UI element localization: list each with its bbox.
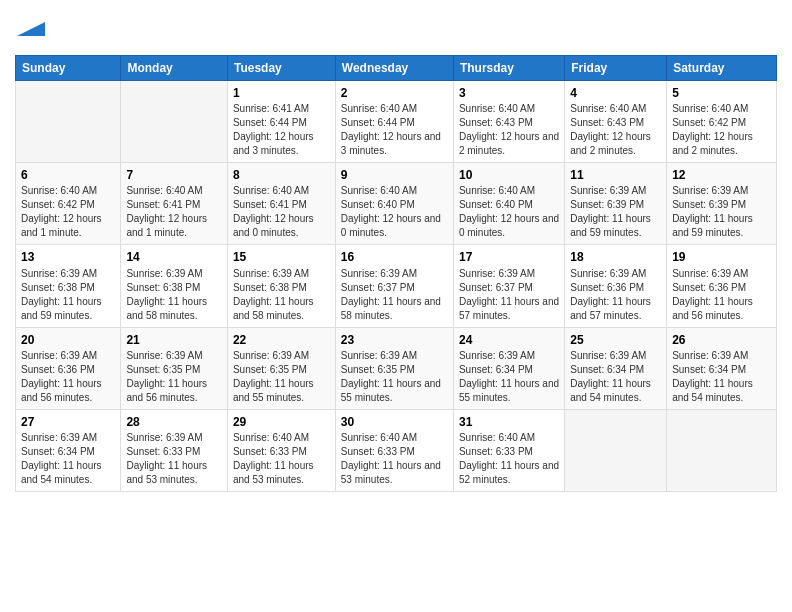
day-info: Sunrise: 6:39 AM Sunset: 6:36 PM Dayligh… <box>570 267 661 323</box>
day-cell: 4Sunrise: 6:40 AM Sunset: 6:43 PM Daylig… <box>565 81 667 163</box>
day-cell: 1Sunrise: 6:41 AM Sunset: 6:44 PM Daylig… <box>227 81 335 163</box>
day-number: 18 <box>570 249 661 265</box>
day-cell: 21Sunrise: 6:39 AM Sunset: 6:35 PM Dayli… <box>121 327 228 409</box>
day-number: 4 <box>570 85 661 101</box>
day-cell: 9Sunrise: 6:40 AM Sunset: 6:40 PM Daylig… <box>335 163 453 245</box>
logo-icon <box>17 15 45 43</box>
day-info: Sunrise: 6:41 AM Sunset: 6:44 PM Dayligh… <box>233 102 330 158</box>
day-info: Sunrise: 6:39 AM Sunset: 6:34 PM Dayligh… <box>672 349 771 405</box>
day-cell: 16Sunrise: 6:39 AM Sunset: 6:37 PM Dayli… <box>335 245 453 327</box>
header-cell-friday: Friday <box>565 56 667 81</box>
day-number: 28 <box>126 414 222 430</box>
header-cell-wednesday: Wednesday <box>335 56 453 81</box>
day-info: Sunrise: 6:39 AM Sunset: 6:39 PM Dayligh… <box>570 184 661 240</box>
logo <box>15 15 45 47</box>
header-cell-thursday: Thursday <box>453 56 564 81</box>
day-info: Sunrise: 6:39 AM Sunset: 6:36 PM Dayligh… <box>672 267 771 323</box>
day-cell <box>667 409 777 491</box>
day-number: 15 <box>233 249 330 265</box>
header <box>15 10 777 47</box>
day-number: 24 <box>459 332 559 348</box>
day-cell: 30Sunrise: 6:40 AM Sunset: 6:33 PM Dayli… <box>335 409 453 491</box>
day-cell: 26Sunrise: 6:39 AM Sunset: 6:34 PM Dayli… <box>667 327 777 409</box>
day-number: 29 <box>233 414 330 430</box>
day-number: 14 <box>126 249 222 265</box>
day-cell: 2Sunrise: 6:40 AM Sunset: 6:44 PM Daylig… <box>335 81 453 163</box>
day-cell: 23Sunrise: 6:39 AM Sunset: 6:35 PM Dayli… <box>335 327 453 409</box>
page-container: SundayMondayTuesdayWednesdayThursdayFrid… <box>0 0 792 502</box>
day-number: 20 <box>21 332 115 348</box>
day-info: Sunrise: 6:40 AM Sunset: 6:42 PM Dayligh… <box>21 184 115 240</box>
day-cell <box>565 409 667 491</box>
day-number: 22 <box>233 332 330 348</box>
day-number: 16 <box>341 249 448 265</box>
day-info: Sunrise: 6:39 AM Sunset: 6:38 PM Dayligh… <box>233 267 330 323</box>
day-info: Sunrise: 6:39 AM Sunset: 6:35 PM Dayligh… <box>233 349 330 405</box>
header-cell-sunday: Sunday <box>16 56 121 81</box>
day-number: 8 <box>233 167 330 183</box>
day-number: 12 <box>672 167 771 183</box>
day-info: Sunrise: 6:39 AM Sunset: 6:37 PM Dayligh… <box>459 267 559 323</box>
day-info: Sunrise: 6:40 AM Sunset: 6:43 PM Dayligh… <box>570 102 661 158</box>
day-cell: 18Sunrise: 6:39 AM Sunset: 6:36 PM Dayli… <box>565 245 667 327</box>
week-row-2: 6Sunrise: 6:40 AM Sunset: 6:42 PM Daylig… <box>16 163 777 245</box>
day-info: Sunrise: 6:39 AM Sunset: 6:36 PM Dayligh… <box>21 349 115 405</box>
calendar-table: SundayMondayTuesdayWednesdayThursdayFrid… <box>15 55 777 492</box>
day-info: Sunrise: 6:40 AM Sunset: 6:41 PM Dayligh… <box>126 184 222 240</box>
day-cell <box>121 81 228 163</box>
day-cell: 12Sunrise: 6:39 AM Sunset: 6:39 PM Dayli… <box>667 163 777 245</box>
day-number: 25 <box>570 332 661 348</box>
day-info: Sunrise: 6:40 AM Sunset: 6:33 PM Dayligh… <box>459 431 559 487</box>
day-cell: 13Sunrise: 6:39 AM Sunset: 6:38 PM Dayli… <box>16 245 121 327</box>
day-cell: 24Sunrise: 6:39 AM Sunset: 6:34 PM Dayli… <box>453 327 564 409</box>
day-info: Sunrise: 6:40 AM Sunset: 6:43 PM Dayligh… <box>459 102 559 158</box>
day-info: Sunrise: 6:39 AM Sunset: 6:38 PM Dayligh… <box>21 267 115 323</box>
day-number: 30 <box>341 414 448 430</box>
svg-marker-0 <box>17 22 45 36</box>
day-number: 3 <box>459 85 559 101</box>
day-number: 1 <box>233 85 330 101</box>
week-row-1: 1Sunrise: 6:41 AM Sunset: 6:44 PM Daylig… <box>16 81 777 163</box>
day-number: 7 <box>126 167 222 183</box>
day-number: 23 <box>341 332 448 348</box>
week-row-3: 13Sunrise: 6:39 AM Sunset: 6:38 PM Dayli… <box>16 245 777 327</box>
day-cell: 17Sunrise: 6:39 AM Sunset: 6:37 PM Dayli… <box>453 245 564 327</box>
day-cell: 20Sunrise: 6:39 AM Sunset: 6:36 PM Dayli… <box>16 327 121 409</box>
day-info: Sunrise: 6:40 AM Sunset: 6:40 PM Dayligh… <box>341 184 448 240</box>
day-number: 27 <box>21 414 115 430</box>
day-cell: 3Sunrise: 6:40 AM Sunset: 6:43 PM Daylig… <box>453 81 564 163</box>
day-info: Sunrise: 6:39 AM Sunset: 6:39 PM Dayligh… <box>672 184 771 240</box>
day-info: Sunrise: 6:39 AM Sunset: 6:34 PM Dayligh… <box>570 349 661 405</box>
day-number: 13 <box>21 249 115 265</box>
day-cell: 22Sunrise: 6:39 AM Sunset: 6:35 PM Dayli… <box>227 327 335 409</box>
day-cell: 8Sunrise: 6:40 AM Sunset: 6:41 PM Daylig… <box>227 163 335 245</box>
day-info: Sunrise: 6:40 AM Sunset: 6:44 PM Dayligh… <box>341 102 448 158</box>
day-number: 17 <box>459 249 559 265</box>
day-cell: 11Sunrise: 6:39 AM Sunset: 6:39 PM Dayli… <box>565 163 667 245</box>
day-cell: 27Sunrise: 6:39 AM Sunset: 6:34 PM Dayli… <box>16 409 121 491</box>
day-cell: 31Sunrise: 6:40 AM Sunset: 6:33 PM Dayli… <box>453 409 564 491</box>
header-row: SundayMondayTuesdayWednesdayThursdayFrid… <box>16 56 777 81</box>
header-cell-tuesday: Tuesday <box>227 56 335 81</box>
day-info: Sunrise: 6:39 AM Sunset: 6:34 PM Dayligh… <box>21 431 115 487</box>
day-number: 5 <box>672 85 771 101</box>
day-info: Sunrise: 6:39 AM Sunset: 6:35 PM Dayligh… <box>126 349 222 405</box>
day-cell: 15Sunrise: 6:39 AM Sunset: 6:38 PM Dayli… <box>227 245 335 327</box>
day-number: 26 <box>672 332 771 348</box>
day-cell: 6Sunrise: 6:40 AM Sunset: 6:42 PM Daylig… <box>16 163 121 245</box>
day-cell: 25Sunrise: 6:39 AM Sunset: 6:34 PM Dayli… <box>565 327 667 409</box>
day-number: 21 <box>126 332 222 348</box>
header-cell-saturday: Saturday <box>667 56 777 81</box>
week-row-5: 27Sunrise: 6:39 AM Sunset: 6:34 PM Dayli… <box>16 409 777 491</box>
day-info: Sunrise: 6:39 AM Sunset: 6:35 PM Dayligh… <box>341 349 448 405</box>
day-number: 31 <box>459 414 559 430</box>
day-info: Sunrise: 6:39 AM Sunset: 6:34 PM Dayligh… <box>459 349 559 405</box>
day-info: Sunrise: 6:40 AM Sunset: 6:40 PM Dayligh… <box>459 184 559 240</box>
day-cell: 28Sunrise: 6:39 AM Sunset: 6:33 PM Dayli… <box>121 409 228 491</box>
day-info: Sunrise: 6:39 AM Sunset: 6:37 PM Dayligh… <box>341 267 448 323</box>
day-cell <box>16 81 121 163</box>
day-number: 11 <box>570 167 661 183</box>
day-cell: 5Sunrise: 6:40 AM Sunset: 6:42 PM Daylig… <box>667 81 777 163</box>
day-cell: 19Sunrise: 6:39 AM Sunset: 6:36 PM Dayli… <box>667 245 777 327</box>
day-number: 9 <box>341 167 448 183</box>
